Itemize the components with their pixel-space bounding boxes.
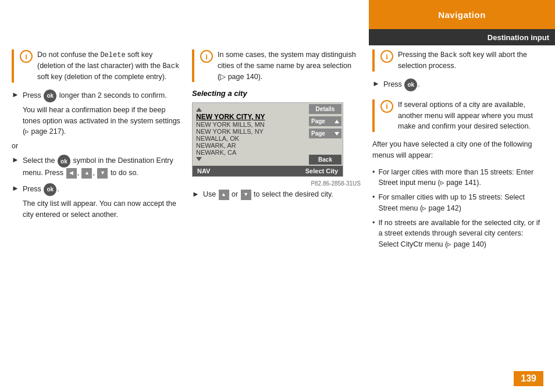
nav-ui-inner: NEW YORK CITY, NY NEW YORK MILLS, MN NEW…: [193, 103, 343, 166]
info-icon-3: i: [380, 50, 393, 63]
info-text-2: In some cases, the system may distinguis…: [218, 49, 361, 82]
col-middle: i In some cases, the system may distingu…: [192, 49, 361, 369]
arrow-item-3: ► Press ok. The city list will appear. Y…: [12, 183, 180, 220]
arrow-content-2: Select the ok symbol in the Destination …: [23, 155, 180, 179]
footer-nav: NAV: [197, 168, 210, 174]
info-block-1: i Do not confuse the Delete soft key (de…: [12, 49, 180, 83]
arrow-bullet-1: ►: [12, 90, 19, 99]
city-5: NEWARK, AR: [196, 142, 304, 149]
nav-ui-sidebar: Details Page Page Back: [308, 103, 343, 166]
up-select-btn: ▲: [219, 190, 229, 200]
page-up-arrow: [335, 120, 339, 123]
bullet-list: For larger cities with more than 15 stre…: [372, 167, 543, 254]
info-icon-4: i: [380, 100, 393, 113]
info-icon-2: i: [200, 50, 213, 63]
arrow-content-1: Press ok longer than 2 seconds to confir…: [23, 90, 180, 137]
col-right: i Pressing the Back soft key will abort …: [372, 49, 543, 369]
page-up-btn[interactable]: Page: [309, 116, 341, 126]
up-arrow-btn: ▲: [81, 168, 92, 179]
confirm-sub-text: You will hear a confirmation beep if the…: [23, 105, 180, 137]
arrow-item-ok: ► Press ok.: [372, 79, 543, 91]
arrow-bullet-ok: ►: [372, 79, 380, 88]
city-1: NEW YORK CITY, NY: [196, 113, 304, 121]
page-down-label: Page: [311, 130, 325, 137]
bullet-item-3: If no streets are available for the sele…: [372, 218, 543, 250]
scroll-down-indicator: [196, 157, 202, 161]
page-up-label: Page: [311, 118, 325, 124]
main-content: i Do not confuse the Delete soft key (de…: [0, 0, 555, 392]
down-arrow-btn: ▼: [97, 168, 108, 179]
arrow-item-use: ► Use ▲ or ▼ to select the desired city.: [192, 189, 361, 200]
arrow-bullet-2: ►: [12, 155, 19, 164]
footer-city: Select City: [305, 168, 338, 174]
nav-ui-screenshot: NEW YORK CITY, NY NEW YORK MILLS, MN NEW…: [192, 102, 343, 177]
ok-button-icon-2: ok: [58, 155, 70, 168]
city-list-sub-text: The city list will appear. You can now a…: [23, 198, 180, 220]
nav-caption: P82.86-2858-31US: [192, 180, 361, 187]
info-text-4: If several options of a city are availab…: [398, 99, 543, 132]
down-select-btn: ▼: [241, 190, 251, 200]
arrow-content-ok: Press ok.: [383, 79, 420, 91]
info-block-4: i If several options of a city are avail…: [372, 99, 543, 132]
info-block-2: i In some cases, the system may distingu…: [192, 49, 361, 82]
page-down-arrow: [335, 132, 339, 136]
arrow-item-2: ► Select the ok symbol in the Destinatio…: [12, 155, 180, 179]
arrow-content-use: Use ▲ or ▼ to select the desired city.: [203, 189, 333, 200]
nav-ui-list: NEW YORK CITY, NY NEW YORK MILLS, MN NEW…: [193, 103, 308, 166]
left-arrow-btn: ◀: [66, 168, 77, 179]
nav-ui-footer: NAV Select City: [193, 166, 343, 176]
ok-button-icon-3: ok: [44, 183, 56, 196]
info-text-3: Pressing the Back soft key will abort th…: [398, 49, 543, 72]
info-block-3: i Pressing the Back soft key will abort …: [372, 49, 543, 72]
ok-button-icon-1: ok: [44, 90, 56, 102]
city-3: NEW YORK MILLS, NY: [196, 128, 304, 135]
page-number: 139: [514, 371, 543, 386]
info-icon-1: i: [20, 50, 33, 63]
arrow-bullet-use: ►: [192, 190, 200, 198]
city-2: NEW YORK MILLS, MN: [196, 121, 304, 128]
details-btn[interactable]: Details: [309, 104, 341, 114]
ok-button-icon-r: ok: [404, 79, 417, 91]
arrow-bullet-3: ►: [12, 184, 19, 193]
back-btn[interactable]: Back: [309, 155, 341, 165]
bullet-item-1: For larger cities with more than 15 stre…: [372, 167, 543, 189]
arrow-item-1: ► Press ok longer than 2 seconds to conf…: [12, 90, 180, 137]
info-text-1: Do not confuse the Delete soft key (dele…: [37, 49, 180, 83]
bullet-item-2: For smaller cities with up to 15 streets…: [372, 192, 543, 214]
scroll-up-indicator: [196, 108, 202, 112]
col-left: i Do not confuse the Delete soft key (de…: [12, 49, 180, 369]
city-4: NEWALLA, OK: [196, 135, 304, 142]
after-select-para: After you have selected a city one of th…: [372, 139, 543, 161]
arrow-content-3: Press ok. The city list will appear. You…: [23, 183, 180, 220]
city-6: NEWARK, CA: [196, 149, 304, 156]
or-separator: or: [12, 142, 180, 150]
section-heading: Selecting a city: [192, 89, 361, 98]
page-down-btn[interactable]: Page: [309, 129, 341, 138]
